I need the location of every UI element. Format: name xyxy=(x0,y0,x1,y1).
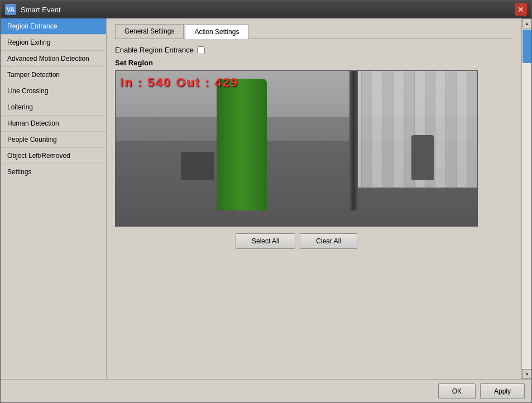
title-bar: VA Smart Event ✕ xyxy=(1,1,531,18)
enable-checkbox[interactable] xyxy=(197,46,205,54)
cart-object xyxy=(181,152,214,180)
scroll-up-button[interactable]: ▲ xyxy=(522,18,531,28)
scroll-track[interactable] xyxy=(522,28,531,369)
sidebar-item-region-entrance[interactable]: Region Entrance xyxy=(1,18,106,35)
sidebar-item-human-detection[interactable]: Human Detection xyxy=(1,116,106,132)
scroll-thumb[interactable] xyxy=(523,30,531,63)
scrollbar: ▲ ▼ xyxy=(521,18,531,379)
sidebar-item-line-crossing[interactable]: Line Crossing xyxy=(1,83,106,99)
person-silhouette xyxy=(411,135,434,180)
scroll-down-button[interactable]: ▼ xyxy=(522,369,531,379)
content-area: Region Entrance Region Exiting Advanced … xyxy=(1,18,531,379)
tab-action-settings[interactable]: Action Settings xyxy=(185,25,248,39)
ok-button[interactable]: OK xyxy=(438,383,476,399)
sidebar-item-tamper-detection[interactable]: Tamper Detection xyxy=(1,67,106,83)
glass-partition xyxy=(349,71,358,210)
clear-all-button[interactable]: Clear All xyxy=(300,233,357,249)
sidebar-item-region-exiting[interactable]: Region Exiting xyxy=(1,35,106,51)
sidebar-item-advanced-motion[interactable]: Advanced Motion Detection xyxy=(1,51,106,67)
enable-label: Enable Region Entrance xyxy=(115,46,194,54)
set-region-label: Set Region xyxy=(115,59,513,67)
sidebar-item-people-counting[interactable]: People Counting xyxy=(1,132,106,148)
sidebar-item-object-left-removed[interactable]: Object Left/Removed xyxy=(1,148,106,164)
main-panel: General Settings Action Settings Enable … xyxy=(107,18,521,379)
enable-row: Enable Region Entrance xyxy=(115,46,513,54)
camera-feed: In : 540 Out : 429 xyxy=(115,70,478,227)
sidebar-item-loitering[interactable]: Loitering xyxy=(1,99,106,116)
camera-overlay-text: In : 540 Out : 429 xyxy=(120,75,238,90)
close-button[interactable]: ✕ xyxy=(515,3,527,16)
sidebar: Region Entrance Region Exiting Advanced … xyxy=(1,18,107,379)
tab-general-settings[interactable]: General Settings xyxy=(115,24,184,39)
app-icon: VA xyxy=(5,4,16,15)
region-button-row: Select All Clear All xyxy=(115,233,478,249)
apply-button[interactable]: Apply xyxy=(480,383,525,399)
sidebar-item-settings[interactable]: Settings xyxy=(1,164,106,180)
inner-content: General Settings Action Settings Enable … xyxy=(107,18,521,379)
window-title: Smart Event xyxy=(21,6,515,14)
smart-event-window: VA Smart Event ✕ Region Entrance Region … xyxy=(0,0,532,403)
tab-bar: General Settings Action Settings xyxy=(115,24,513,39)
green-column xyxy=(217,79,267,210)
camera-background xyxy=(116,71,477,226)
select-all-button[interactable]: Select All xyxy=(236,233,295,249)
bottom-bar: OK Apply xyxy=(1,379,531,402)
